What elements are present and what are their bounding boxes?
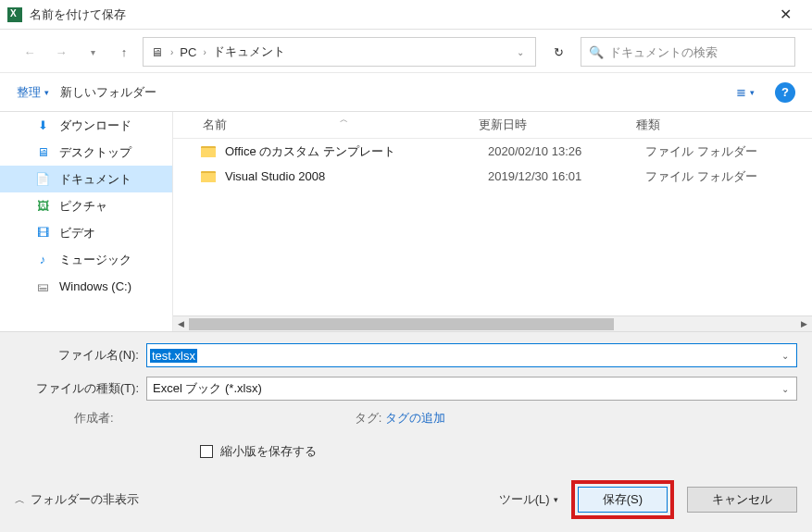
navbar: ← → ▾ ↑ 🖥 › PC › ドキュメント ⌄ ↻ 🔍 <box>0 30 812 67</box>
desktop-icon: 🖥 <box>35 145 50 160</box>
refresh-button[interactable]: ↻ <box>542 37 575 67</box>
picture-icon: 🖼 <box>35 199 50 214</box>
excel-icon <box>7 7 22 22</box>
file-row[interactable]: Office のカスタム テンプレート 2020/02/10 13:26 ファイ… <box>173 139 812 164</box>
view-list-icon: ≣ <box>736 85 746 99</box>
filename-input[interactable]: test.xlsx ⌄ <box>146 343 797 367</box>
organize-label: 整理 <box>17 84 41 101</box>
up-button[interactable]: ↑ <box>111 39 137 65</box>
sidebar: ⬇ ダウンロード 🖥 デスクトップ 📄 ドキュメント 🖼 ピクチャ 🎞 ビデオ … <box>0 112 173 331</box>
window-title: 名前を付けて保存 <box>30 6 766 23</box>
sidebar-item-pictures[interactable]: 🖼 ピクチャ <box>0 192 172 219</box>
column-type[interactable]: 種類 <box>636 117 812 133</box>
filetype-label: ファイルの種類(T): <box>15 380 146 397</box>
scroll-thumb[interactable] <box>189 318 614 330</box>
folder-icon <box>201 146 216 157</box>
sidebar-item-c-drive[interactable]: 🖴 Windows (C:) <box>0 273 172 300</box>
author-label: 作成者: <box>74 410 114 427</box>
chevron-down-icon: ▾ <box>554 495 558 504</box>
document-icon: 📄 <box>35 172 50 187</box>
file-date: 2020/02/10 13:26 <box>488 144 645 158</box>
thumbnail-label: 縮小版を保存する <box>220 443 317 460</box>
breadcrumb-root[interactable]: PC <box>180 45 196 59</box>
breadcrumb-dropdown[interactable]: ⌄ <box>511 47 530 57</box>
dialog-footer: ︿ フォルダーの非表示 ツール(L) ▾ 保存(S) キャンセル <box>0 469 812 532</box>
close-button[interactable]: ✕ <box>766 1 805 29</box>
forward-button[interactable]: → <box>48 39 74 65</box>
file-name: Visual Studio 2008 <box>225 169 488 183</box>
chevron-right-icon: › <box>168 47 176 57</box>
chevron-down-icon: ▾ <box>750 88 755 97</box>
sidebar-item-label: ダウンロード <box>59 118 131 134</box>
new-folder-label: 新しいフォルダー <box>60 84 156 101</box>
sidebar-item-downloads[interactable]: ⬇ ダウンロード <box>0 112 172 139</box>
file-name: Office のカスタム テンプレート <box>225 143 488 160</box>
column-date[interactable]: 更新日時 <box>479 117 636 133</box>
pc-icon: 🖥 <box>149 44 164 59</box>
search-box[interactable]: 🔍 <box>581 37 795 67</box>
tag-label: タグ: <box>355 411 382 425</box>
new-folder-button[interactable]: 新しいフォルダー <box>60 84 156 101</box>
sidebar-item-label: Windows (C:) <box>59 279 131 293</box>
file-type: ファイル フォルダー <box>645 168 757 185</box>
main-area: ⬇ ダウンロード 🖥 デスクトップ 📄 ドキュメント 🖼 ピクチャ 🎞 ビデオ … <box>0 111 812 331</box>
recent-dropdown[interactable]: ▾ <box>80 39 106 65</box>
file-date: 2019/12/30 16:01 <box>488 169 645 183</box>
hide-folders-label: フォルダーの非表示 <box>31 491 139 508</box>
organize-menu[interactable]: 整理 ▾ <box>17 84 49 101</box>
sidebar-item-music[interactable]: ♪ ミュージック <box>0 246 172 273</box>
sidebar-item-label: ビデオ <box>59 225 95 241</box>
horizontal-scrollbar[interactable]: ◀ ▶ <box>173 315 812 331</box>
back-button[interactable]: ← <box>17 39 43 65</box>
save-button[interactable]: 保存(S) <box>578 487 668 513</box>
tag-add-link[interactable]: タグの追加 <box>385 411 445 425</box>
video-icon: 🎞 <box>35 226 50 241</box>
file-rows: Office のカスタム テンプレート 2020/02/10 13:26 ファイ… <box>173 139 812 315</box>
sidebar-item-label: ミュージック <box>59 252 131 268</box>
save-button-highlight: 保存(S) <box>571 480 674 519</box>
drive-icon: 🖴 <box>35 279 50 294</box>
scroll-right-icon[interactable]: ▶ <box>796 316 812 332</box>
file-row[interactable]: Visual Studio 2008 2019/12/30 16:01 ファイル… <box>173 164 812 189</box>
save-form: ファイル名(N): test.xlsx ⌄ ファイルの種類(T): Excel … <box>0 331 812 469</box>
sidebar-item-videos[interactable]: 🎞 ビデオ <box>0 219 172 246</box>
file-type: ファイル フォルダー <box>645 143 757 160</box>
thumbnail-checkbox[interactable] <box>200 445 213 458</box>
chevron-right-icon: › <box>200 47 208 57</box>
sidebar-item-label: デスクトップ <box>59 144 131 161</box>
filename-value: test.xlsx <box>150 349 197 363</box>
column-name[interactable]: 名前 <box>173 117 479 133</box>
chevron-down-icon[interactable]: ⌄ <box>781 351 789 361</box>
titlebar: 名前を付けて保存 ✕ <box>0 0 812 30</box>
sidebar-item-label: ドキュメント <box>59 171 131 188</box>
tools-menu[interactable]: ツール(L) ▾ <box>499 491 558 508</box>
hide-folders-toggle[interactable]: ︿ フォルダーの非表示 <box>15 491 139 508</box>
filename-label: ファイル名(N): <box>15 347 146 364</box>
chevron-down-icon[interactable]: ⌄ <box>781 384 789 394</box>
file-list: ︿ 名前 更新日時 種類 Office のカスタム テンプレート 2020/02… <box>173 112 812 331</box>
music-icon: ♪ <box>35 253 50 267</box>
cancel-button[interactable]: キャンセル <box>687 487 797 513</box>
sort-indicator: ︿ <box>340 114 348 126</box>
tools-label: ツール(L) <box>499 491 550 508</box>
toolbar: 整理 ▾ 新しいフォルダー ≣ ▾ ? <box>0 72 812 105</box>
chevron-down-icon: ▾ <box>44 88 49 97</box>
help-button[interactable]: ? <box>775 82 795 103</box>
search-icon: 🔍 <box>589 45 604 59</box>
sidebar-item-documents[interactable]: 📄 ドキュメント <box>0 166 172 192</box>
chevron-up-icon: ︿ <box>15 493 25 507</box>
sidebar-item-label: ピクチャ <box>59 198 107 215</box>
sidebar-item-desktop[interactable]: 🖥 デスクトップ <box>0 139 172 166</box>
column-headers: ︿ 名前 更新日時 種類 <box>173 112 812 139</box>
scroll-track[interactable] <box>189 316 796 332</box>
breadcrumb[interactable]: 🖥 › PC › ドキュメント ⌄ <box>143 37 536 67</box>
filetype-select[interactable]: Excel ブック (*.xlsx) ⌄ <box>146 377 797 401</box>
scroll-left-icon[interactable]: ◀ <box>173 316 189 332</box>
search-input[interactable] <box>609 45 787 59</box>
download-icon: ⬇ <box>35 118 50 133</box>
view-options[interactable]: ≣ ▾ <box>736 85 755 99</box>
filetype-value: Excel ブック (*.xlsx) <box>147 380 262 397</box>
folder-icon <box>201 171 216 182</box>
breadcrumb-current[interactable]: ドキュメント <box>213 43 285 60</box>
